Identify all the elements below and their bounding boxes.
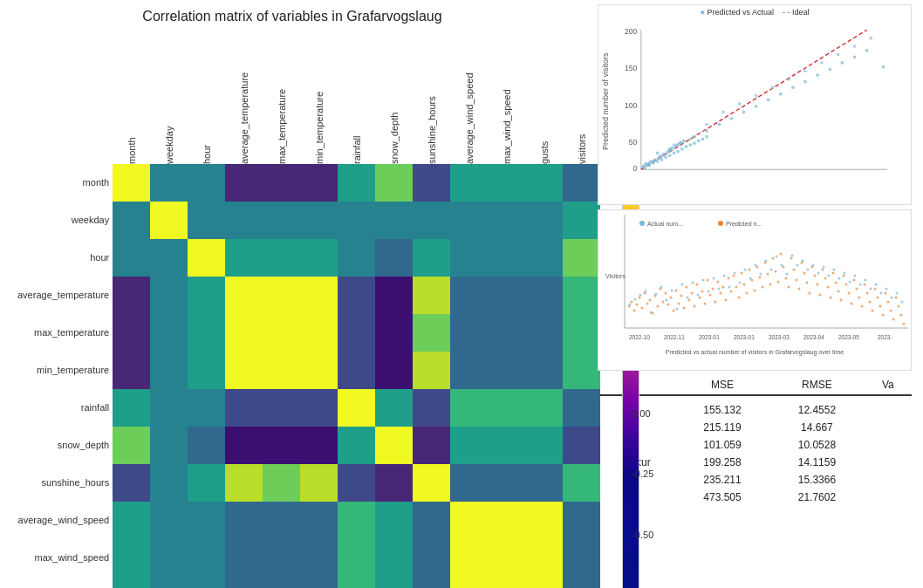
heatmap-cell bbox=[338, 464, 375, 502]
svg-text:2023-: 2023- bbox=[878, 334, 892, 340]
heatmap-cell bbox=[300, 277, 338, 314]
svg-point-105 bbox=[670, 297, 673, 299]
svg-point-206 bbox=[687, 297, 689, 299]
svg-point-239 bbox=[859, 284, 862, 286]
svg-point-92 bbox=[636, 304, 639, 306]
row-label-weekday: weekday bbox=[17, 202, 109, 239]
heatmap-cell bbox=[113, 239, 150, 277]
svg-point-213 bbox=[723, 275, 726, 277]
heatmap-cell bbox=[563, 577, 600, 588]
scatter-top-y-axis-label: Predicted number of visitors bbox=[601, 23, 610, 180]
heatmap-cell bbox=[375, 427, 413, 464]
heatmap-cell bbox=[375, 314, 413, 352]
svg-point-150 bbox=[788, 286, 790, 289]
heatmap-cell bbox=[338, 239, 375, 277]
svg-point-48 bbox=[771, 85, 775, 89]
svg-point-231 bbox=[817, 272, 820, 275]
svg-point-34 bbox=[779, 92, 783, 96]
heatmap-cell bbox=[338, 164, 375, 202]
svg-point-135 bbox=[749, 269, 751, 271]
heatmap-cell bbox=[488, 239, 525, 277]
svg-point-178 bbox=[861, 305, 864, 308]
col-label-max_wind_speed: max_wind_speed bbox=[488, 33, 525, 164]
heatmap-cell bbox=[150, 539, 188, 577]
svg-point-183 bbox=[874, 288, 877, 291]
scatter-bottom-chart: 2022-10 2022-11 2023-01 2023-01 2023-03 … bbox=[598, 209, 912, 371]
heatmap-cell bbox=[150, 202, 188, 239]
svg-point-184 bbox=[877, 297, 879, 299]
svg-point-185 bbox=[879, 305, 882, 308]
heatmap-cell bbox=[225, 202, 263, 239]
heatmap-cell bbox=[450, 389, 488, 427]
svg-point-166 bbox=[830, 297, 832, 299]
svg-point-144 bbox=[772, 257, 775, 260]
svg-point-229 bbox=[807, 269, 810, 271]
svg-point-46 bbox=[738, 102, 742, 106]
col-label-weekday: weekday bbox=[150, 33, 188, 164]
colorbar-tick-label: 0.00 bbox=[632, 408, 650, 419]
svg-point-20 bbox=[693, 141, 696, 145]
svg-point-40 bbox=[853, 55, 857, 58]
svg-point-205 bbox=[681, 284, 684, 286]
heatmap-cell bbox=[263, 164, 300, 202]
svg-point-188 bbox=[887, 301, 890, 304]
svg-point-123 bbox=[717, 281, 720, 284]
svg-point-96 bbox=[646, 303, 649, 305]
svg-point-203 bbox=[671, 290, 673, 292]
svg-point-237 bbox=[849, 281, 851, 284]
svg-point-133 bbox=[743, 284, 746, 286]
row-va-4 bbox=[865, 454, 912, 471]
heatmap-cell bbox=[563, 539, 600, 577]
heatmap-cell bbox=[263, 539, 300, 577]
svg-point-111 bbox=[686, 286, 688, 289]
svg-point-157 bbox=[806, 282, 809, 284]
svg-point-14 bbox=[668, 154, 672, 157]
svg-point-187 bbox=[885, 292, 887, 295]
svg-point-246 bbox=[896, 292, 899, 295]
svg-point-137 bbox=[754, 290, 756, 292]
svg-point-235 bbox=[838, 277, 841, 280]
heatmap-cell bbox=[188, 352, 225, 389]
svg-point-193 bbox=[900, 314, 903, 317]
heatmap-cell bbox=[525, 577, 563, 588]
svg-point-41 bbox=[865, 49, 869, 52]
row-va-5 bbox=[865, 471, 912, 489]
svg-point-17 bbox=[680, 147, 684, 151]
col-label-visitors: visitors bbox=[563, 33, 600, 164]
svg-point-31 bbox=[742, 111, 746, 114]
row-mse-3: 101.059 bbox=[675, 436, 769, 454]
svg-point-45 bbox=[721, 111, 725, 114]
heatmap-cell bbox=[150, 164, 188, 202]
svg-point-156 bbox=[803, 272, 806, 275]
heatmap-cell bbox=[263, 314, 300, 352]
svg-point-37 bbox=[816, 73, 819, 77]
heatmap-cell bbox=[563, 202, 600, 239]
left-panel: Correlation matrix of variables in Grafa… bbox=[0, 0, 593, 588]
heatmap-cell bbox=[188, 202, 225, 239]
svg-point-219 bbox=[755, 264, 757, 267]
svg-point-124 bbox=[720, 292, 722, 295]
heatmap-cell bbox=[488, 314, 525, 352]
svg-point-113 bbox=[691, 292, 694, 295]
heatmap-cell bbox=[225, 502, 263, 539]
heatmap-cell bbox=[488, 502, 525, 539]
heatmap-cell bbox=[263, 464, 300, 502]
heatmap-cell bbox=[113, 389, 150, 427]
heatmap-cell bbox=[263, 239, 300, 277]
svg-point-143 bbox=[769, 284, 772, 286]
svg-point-76 bbox=[679, 140, 682, 144]
svg-point-16 bbox=[676, 150, 680, 154]
svg-point-13 bbox=[664, 155, 667, 159]
svg-point-154 bbox=[798, 288, 801, 291]
heatmap-cell bbox=[563, 427, 600, 464]
svg-point-47 bbox=[755, 94, 758, 98]
svg-point-236 bbox=[844, 272, 846, 275]
svg-point-232 bbox=[823, 266, 825, 269]
row-labels: monthweekdayhouraverage_temperaturemax_t… bbox=[17, 29, 109, 588]
heatmap-cell bbox=[413, 239, 450, 277]
heatmap-cell bbox=[525, 464, 563, 502]
svg-point-223 bbox=[776, 256, 778, 258]
svg-point-225 bbox=[786, 273, 789, 276]
row-rmse-2: 14.667 bbox=[769, 419, 864, 436]
heatmap-cell bbox=[563, 239, 600, 277]
